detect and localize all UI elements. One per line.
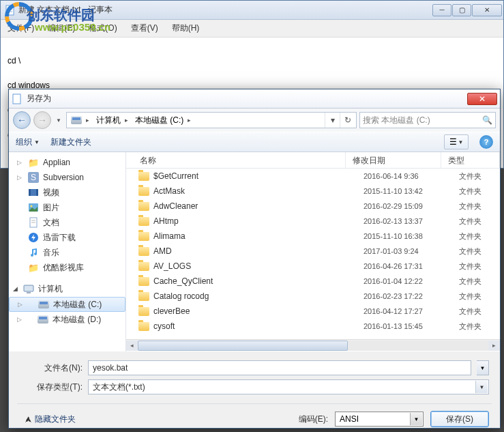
dialog-body: ▷📁Applian▷SSubversion视频图片文档迅雷下载音乐📁优酷影视库 …: [9, 152, 500, 351]
back-button[interactable]: ←: [13, 111, 31, 129]
view-options-button[interactable]: ☰ ▼: [444, 134, 469, 149]
file-row[interactable]: cleverBee2016-04-12 17:27文件夹: [126, 304, 500, 319]
organize-button[interactable]: 组织 ▼: [16, 136, 40, 148]
file-type: 文件夹: [452, 201, 500, 212]
forward-button[interactable]: →: [33, 111, 51, 129]
breadcrumb-dropdown[interactable]: ▾: [325, 113, 340, 128]
save-button[interactable]: 保存(S): [430, 411, 489, 427]
file-rows[interactable]: $GetCurrent2016-06-14 9:36文件夹ActMask2015…: [126, 169, 500, 339]
sidebar-item-label: 视频: [43, 187, 59, 199]
sidebar-drive-item[interactable]: ▷本地磁盘 (D:): [9, 312, 125, 327]
expand-icon[interactable]: ▷: [17, 316, 22, 323]
file-type: 文件夹: [452, 276, 500, 287]
chevron-right-icon[interactable]: ▸: [85, 117, 91, 124]
help-button[interactable]: ?: [479, 135, 493, 149]
sidebar-item[interactable]: 文档: [9, 215, 125, 230]
pictures-icon: [28, 202, 39, 213]
menu-view[interactable]: 查看(V): [128, 21, 161, 35]
breadcrumb[interactable]: ▸ 计算机 ▸ 本地磁盘 (C:) ▸ ▾ ↻: [66, 112, 357, 128]
dialog-icon: [12, 93, 23, 104]
column-headers: 名称 修改日期 类型: [126, 152, 500, 169]
video-icon: [28, 187, 39, 198]
menu-help[interactable]: 帮助(H): [169, 21, 203, 35]
hide-folders-button[interactable]: ⮝ 隐藏文件夹: [25, 414, 76, 425]
sidebar-item-label: 迅雷下载: [43, 232, 76, 244]
expand-icon[interactable]: ▷: [17, 174, 22, 181]
expand-icon[interactable]: ▷: [18, 301, 23, 308]
sidebar-item[interactable]: 图片: [9, 200, 125, 215]
file-name: AMD: [153, 246, 172, 256]
file-date: 2017-01-03 9:24: [357, 247, 452, 255]
refresh-button[interactable]: ↻: [340, 113, 355, 128]
file-row[interactable]: AdwCleaner2016-02-29 15:09文件夹: [126, 199, 500, 214]
sidebar-item[interactable]: ▷SSubversion: [9, 170, 125, 185]
expand-icon[interactable]: ▷: [17, 159, 22, 166]
encoding-combo[interactable]: ANSI ▼: [335, 412, 424, 427]
sidebar-item[interactable]: 📁优酷影视库: [9, 260, 125, 275]
sidebar-drive-item[interactable]: ▷本地磁盘 (C:): [9, 297, 125, 312]
subversion-icon: S: [28, 172, 39, 183]
column-modified[interactable]: 修改日期: [346, 152, 441, 168]
column-type[interactable]: 类型: [441, 152, 500, 168]
sidebar-item[interactable]: 视频: [9, 185, 125, 200]
drive-icon: [71, 115, 82, 126]
breadcrumb-computer[interactable]: 计算机 ▸: [93, 113, 132, 128]
history-dropdown[interactable]: ▼: [54, 113, 63, 128]
scroll-right-button[interactable]: ▸: [488, 341, 500, 351]
file-row[interactable]: Alimama2015-11-10 16:38文件夹: [126, 229, 500, 244]
sidebar-item[interactable]: 音乐: [9, 245, 125, 260]
search-icon: 🔍: [482, 115, 492, 125]
file-name: $GetCurrent: [153, 171, 198, 181]
dialog-close-button[interactable]: ✕: [467, 93, 497, 105]
chevron-down-icon[interactable]: ▼: [475, 381, 488, 393]
sidebar-item-label: Subversion: [43, 173, 84, 182]
window-controls: ─ ▢ ✕: [432, 4, 502, 16]
column-name[interactable]: 名称: [126, 152, 346, 168]
breadcrumb-root[interactable]: ▸: [68, 113, 93, 128]
sidebar-computer-header[interactable]: ◢ 计算机: [9, 280, 125, 297]
search-input[interactable]: 搜索 本地磁盘 (C:) 🔍: [359, 112, 496, 128]
new-folder-button[interactable]: 新建文件夹: [50, 136, 91, 148]
chevron-right-icon[interactable]: ▸: [186, 117, 192, 124]
file-row[interactable]: Cache_QyClient2016-01-04 12:22文件夹: [126, 274, 500, 289]
file-row[interactable]: $GetCurrent2016-06-14 9:36文件夹: [126, 169, 500, 184]
folder-icon: [138, 247, 149, 256]
sidebar-item-label: 图片: [43, 202, 59, 214]
svg-rect-19: [27, 292, 31, 293]
file-row[interactable]: cysoft2016-01-13 15:45文件夹: [126, 319, 500, 334]
close-button[interactable]: ✕: [472, 4, 502, 16]
dialog-titlebar[interactable]: 另存为 ✕: [9, 89, 500, 109]
dialog-footer: ⮝ 隐藏文件夹 编码(E): ANSI ▼ 保存(S): [9, 407, 500, 432]
minimize-button[interactable]: ─: [432, 4, 451, 16]
horizontal-scrollbar[interactable]: ◂ ▸: [126, 339, 500, 351]
file-name: AV_LOGS: [153, 261, 191, 271]
file-row[interactable]: Catalog rocodg2016-02-23 17:22文件夹: [126, 289, 500, 304]
chevron-right-icon[interactable]: ▸: [123, 117, 130, 124]
file-row[interactable]: AV_LOGS2016-04-26 17:31文件夹: [126, 259, 500, 274]
expand-icon[interactable]: ◢: [13, 285, 18, 292]
drive-label: 本地磁盘 (C:): [53, 299, 102, 311]
filetype-combo[interactable]: 文本文档(*.txt) ▼: [88, 379, 489, 394]
file-row[interactable]: ActMask2015-11-10 13:42文件夹: [126, 184, 500, 199]
breadcrumb-drive[interactable]: 本地磁盘 (C:) ▸: [132, 113, 195, 128]
svg-rect-18: [24, 285, 33, 291]
filename-label: 文件名(N):: [25, 362, 83, 374]
chevron-down-icon: ▼: [458, 139, 464, 145]
drive-icon: [38, 314, 48, 325]
sidebar-item[interactable]: ▷📁Applian: [9, 155, 125, 170]
file-name: ActMask: [153, 186, 185, 196]
file-row[interactable]: AHtmp2016-02-13 13:37文件夹: [126, 214, 500, 229]
scroll-left-button[interactable]: ◂: [126, 341, 138, 351]
file-type: 文件夹: [452, 291, 500, 302]
chevron-down-icon[interactable]: ▼: [410, 413, 422, 425]
file-date: 2016-01-13 15:45: [357, 322, 452, 330]
sidebar-item[interactable]: 迅雷下载: [9, 230, 125, 245]
save-as-dialog: 另存为 ✕ ← → ▼ ▸ 计算机 ▸ 本地磁盘 (C:) ▸ ▾ ↻: [8, 89, 501, 429]
file-row[interactable]: AMD2017-01-03 9:24文件夹: [126, 244, 500, 259]
file-type: 文件夹: [452, 246, 500, 257]
scrollbar-thumb[interactable]: [138, 341, 348, 351]
maximize-button[interactable]: ▢: [452, 4, 471, 16]
documents-icon: [28, 217, 39, 228]
filename-history-dropdown[interactable]: ▼: [477, 360, 489, 375]
filename-input[interactable]: yesok.bat: [88, 360, 471, 375]
